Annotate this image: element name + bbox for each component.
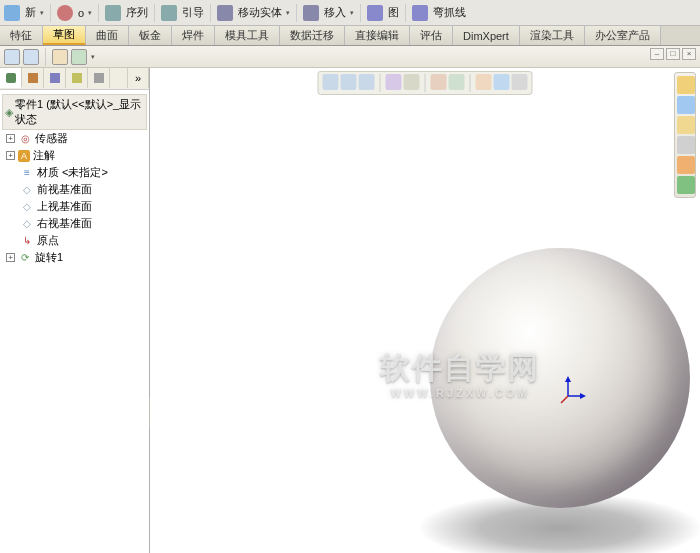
chevron-down-icon[interactable]: ▾	[350, 9, 354, 17]
chevron-down-icon[interactable]: ▾	[91, 53, 95, 61]
tree-item-label: 旋转1	[35, 250, 63, 265]
tab-sheetmetal[interactable]: 钣金	[129, 26, 172, 45]
tree-item-revolve1[interactable]: + ⟳ 旋转1	[2, 249, 147, 266]
plane-icon: ◇	[20, 183, 34, 197]
tree-root-header[interactable]: ◈ 零件1 (默认<<默认>_显示状态	[2, 94, 147, 130]
toolbar-separator	[296, 4, 297, 22]
tree-item-front-plane[interactable]: ◇ 前视基准面	[2, 181, 147, 198]
tab-label: 数据迁移	[290, 28, 334, 43]
tab-features[interactable]: 特征	[0, 26, 43, 45]
tree-tab-config[interactable]	[44, 68, 66, 88]
maximize-button[interactable]: □	[666, 48, 680, 60]
tree-root-label: 零件1 (默认<<默认>_显示状态	[15, 97, 144, 127]
graphics-viewport[interactable]: 软件自学网 WWW.RJZXW.COM	[150, 68, 700, 553]
tab-directedit[interactable]: 直接编辑	[345, 26, 410, 45]
zoom-prev-icon[interactable]	[359, 74, 375, 90]
cube-icon[interactable]	[677, 176, 695, 194]
tree-tab-props[interactable]	[22, 68, 44, 88]
toolbar-icon-movein[interactable]	[303, 5, 319, 21]
chevron-down-icon[interactable]: ▾	[286, 9, 290, 17]
toolbar-separator	[45, 48, 46, 66]
material-icon: ≡	[20, 166, 34, 180]
refresh-icon[interactable]	[71, 49, 87, 65]
expand-toggle[interactable]: +	[6, 253, 15, 262]
tab-label: 渲染工具	[530, 28, 574, 43]
tree-item-sensor[interactable]: + ◎ 传感器	[2, 130, 147, 147]
view-orientation-icon[interactable]	[386, 74, 402, 90]
home-icon[interactable]	[677, 76, 695, 94]
tab-evaluate[interactable]: 评估	[410, 26, 453, 45]
section-view-icon[interactable]	[431, 74, 447, 90]
plane-icon: ◇	[20, 217, 34, 231]
chevron-down-icon[interactable]: ▾	[40, 9, 44, 17]
tree-tab-tree[interactable]	[0, 68, 22, 88]
tree-item-material[interactable]: ≡ 材质 <未指定>	[2, 164, 147, 181]
tab-dimxpert[interactable]: DimXpert	[453, 26, 520, 45]
tree-item-right-plane[interactable]: ◇ 右视基准面	[2, 215, 147, 232]
part-icon: ◈	[5, 106, 13, 119]
tab-label: 焊件	[182, 28, 204, 43]
tab-label: 特征	[10, 28, 32, 43]
close-button[interactable]: ×	[682, 48, 696, 60]
tree-item-label: 传感器	[35, 131, 68, 146]
tree-tab-display[interactable]	[88, 68, 110, 88]
edit-appearance-icon[interactable]	[476, 74, 492, 90]
zoom-fit-icon[interactable]	[323, 74, 339, 90]
tab-surface[interactable]: 曲面	[86, 26, 129, 45]
tree-item-label: 原点	[37, 233, 59, 248]
tab-render[interactable]: 渲染工具	[520, 26, 585, 45]
toolbar-label: 新	[25, 5, 36, 20]
toolbar-icon-circle[interactable]	[57, 5, 73, 21]
origin-icon: ↳	[20, 234, 34, 248]
tree-item-label: 前视基准面	[37, 182, 92, 197]
toolbar-label: 序列	[126, 5, 148, 20]
tree-item-label: 上视基准面	[37, 199, 92, 214]
tab-weldment[interactable]: 焊件	[172, 26, 215, 45]
tree-item-label: 注解	[33, 148, 55, 163]
tab-label: 评估	[420, 28, 442, 43]
folder-icon[interactable]	[677, 116, 695, 134]
props-icon	[28, 73, 38, 83]
expand-toggle[interactable]: +	[6, 151, 15, 160]
tab-moldtools[interactable]: 模具工具	[215, 26, 280, 45]
toolbar-icon-new[interactable]	[4, 5, 20, 21]
tab-datamigrate[interactable]: 数据迁移	[280, 26, 345, 45]
zoom-area-icon[interactable]	[341, 74, 357, 90]
chevron-down-icon[interactable]: ▾	[88, 9, 92, 17]
nav-prev-icon[interactable]	[4, 49, 20, 65]
display-style-icon[interactable]	[404, 74, 420, 90]
layers-icon[interactable]	[677, 96, 695, 114]
svg-marker-3	[580, 393, 586, 399]
expand-toggle[interactable]: +	[6, 134, 15, 143]
tree-item-top-plane[interactable]: ◇ 上视基准面	[2, 198, 147, 215]
tree-tab-dim[interactable]	[66, 68, 88, 88]
window-controls: – □ ×	[650, 48, 696, 60]
toolbar-icon-guide[interactable]	[161, 5, 177, 21]
apply-scene-icon[interactable]	[494, 74, 510, 90]
svg-line-4	[561, 396, 568, 403]
tree-tab-row: »	[0, 68, 149, 90]
tab-label: 办公室产品	[595, 28, 650, 43]
filter-icon[interactable]	[52, 49, 68, 65]
toolbar-icon-move[interactable]	[217, 5, 233, 21]
toolbar-icon-image[interactable]	[367, 5, 383, 21]
origin-triad[interactable]	[558, 376, 586, 408]
nav-next-icon[interactable]	[23, 49, 39, 65]
appearance-icon[interactable]	[677, 156, 695, 174]
tree-item-origin[interactable]: ↳ 原点	[2, 232, 147, 249]
view-settings-icon[interactable]	[512, 74, 528, 90]
toolbar-icon-curve[interactable]	[412, 5, 428, 21]
tab-sketch[interactable]: 草图	[43, 26, 86, 45]
hide-show-icon[interactable]	[449, 74, 465, 90]
toolbar-icon-seq[interactable]	[105, 5, 121, 21]
tab-office[interactable]: 办公室产品	[585, 26, 661, 45]
tree-tab-expand[interactable]: »	[127, 68, 149, 88]
tree-item-annotations[interactable]: + A 注解	[2, 147, 147, 164]
disk-icon[interactable]	[677, 136, 695, 154]
minimize-button[interactable]: –	[650, 48, 664, 60]
plane-icon: ◇	[20, 200, 34, 214]
toolbar-separator	[425, 74, 426, 92]
top-toolbar: 新 ▾ ο ▾ 序列 引导 移动实体 ▾ 移入 ▾ 图 弯抓线	[0, 0, 700, 26]
toolbar-label: 移动实体	[238, 5, 282, 20]
feature-tree-panel: » ◈ 零件1 (默认<<默认>_显示状态 + ◎ 传感器 + A 注解 ≡ 材…	[0, 68, 150, 553]
